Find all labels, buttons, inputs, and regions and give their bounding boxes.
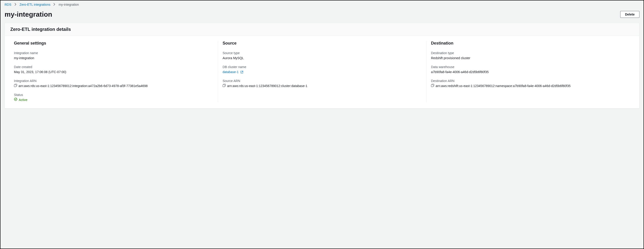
integration-arn-label: Integration ARN bbox=[14, 79, 213, 83]
breadcrumb: RDS Zero-ETL integrations my-integration bbox=[4, 3, 640, 8]
integration-name-value: my-integration bbox=[14, 56, 213, 60]
date-created-value: May 31, 2023, 17:06:08 (UTC-07:00) bbox=[14, 70, 213, 74]
source-column: Source Source type Aurora MySQL DB clust… bbox=[218, 41, 426, 102]
destination-type-value: Redshift provisioned cluster bbox=[431, 56, 630, 60]
date-created-label: Date created bbox=[14, 65, 213, 69]
source-arn-label: Source ARN bbox=[222, 79, 422, 83]
status-label: Status bbox=[14, 93, 213, 97]
copy-icon[interactable] bbox=[431, 84, 434, 87]
details-panel: Zero-ETL integration details General set… bbox=[4, 23, 640, 108]
destination-arn-value: arn:aws:redshift:us-east-1:123456789012:… bbox=[436, 84, 571, 88]
integration-arn-value: arn:aws:rds:us-east-1:123456789012:integ… bbox=[18, 84, 148, 88]
general-settings-heading: General settings bbox=[14, 41, 213, 46]
source-type-value: Aurora MySQL bbox=[222, 56, 422, 60]
status-value: Active bbox=[19, 98, 28, 102]
source-type-label: Source type bbox=[222, 51, 422, 55]
destination-arn-label: Destination ARN bbox=[431, 79, 630, 83]
external-link-icon bbox=[240, 70, 244, 74]
general-settings-column: General settings Integration name my-int… bbox=[9, 41, 218, 102]
data-warehouse-value: a7b90fa8-fa4e-4006-a46d-d2d5b6f80f35 bbox=[431, 70, 630, 74]
destination-column: Destination Destination type Redshift pr… bbox=[426, 41, 635, 102]
delete-button[interactable]: Delete bbox=[620, 11, 640, 18]
svg-rect-2 bbox=[223, 85, 225, 87]
db-cluster-name-value: database-1 bbox=[222, 70, 238, 74]
db-cluster-name-label: DB cluster name bbox=[222, 65, 422, 69]
status-badge: Active bbox=[14, 98, 28, 102]
integration-name-label: Integration name bbox=[14, 51, 213, 55]
source-arn-value: arn:aws:rds:us-east-1:123456789012:clust… bbox=[227, 84, 307, 88]
svg-rect-0 bbox=[14, 85, 16, 87]
source-heading: Source bbox=[222, 41, 422, 46]
breadcrumb-current: my-integration bbox=[58, 3, 79, 6]
db-cluster-link[interactable]: database-1 bbox=[222, 70, 244, 74]
chevron-right-icon bbox=[15, 3, 16, 6]
breadcrumb-rds[interactable]: RDS bbox=[4, 3, 12, 6]
destination-heading: Destination bbox=[431, 41, 630, 46]
chevron-right-icon bbox=[54, 3, 55, 6]
data-warehouse-label: Data warehouse bbox=[431, 65, 630, 69]
destination-type-label: Destination type bbox=[431, 51, 630, 55]
status-success-icon bbox=[14, 98, 17, 102]
copy-icon[interactable] bbox=[14, 84, 17, 87]
panel-title: Zero-ETL integration details bbox=[5, 23, 639, 36]
copy-icon[interactable] bbox=[222, 84, 226, 87]
page-title: my-integration bbox=[4, 10, 52, 18]
breadcrumb-zero-etl[interactable]: Zero-ETL integrations bbox=[20, 3, 50, 6]
svg-rect-3 bbox=[431, 85, 433, 87]
